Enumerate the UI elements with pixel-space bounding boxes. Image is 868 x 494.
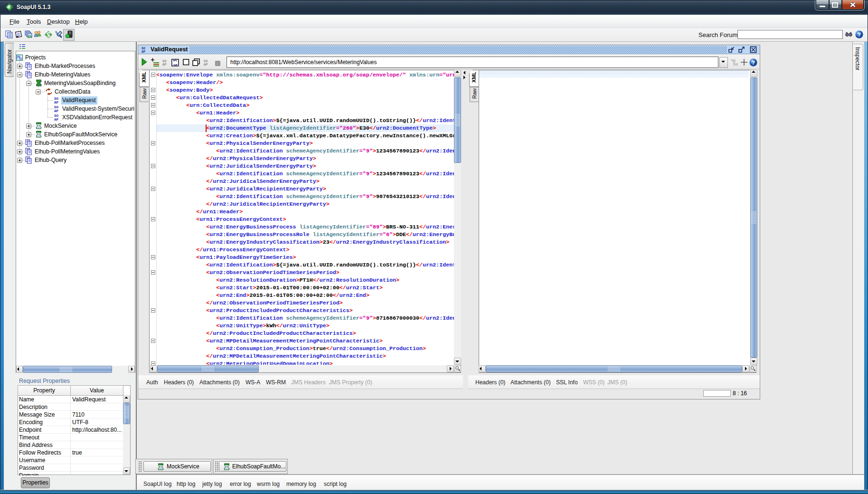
svg-text:SO: SO [54,97,59,101]
svg-text:AP: AP [54,118,59,121]
svg-text:AP: AP [54,101,59,104]
svg-text:AP: AP [162,63,166,66]
svg-text:SO: SO [54,105,59,109]
svg-text:?: ? [752,60,755,66]
svg-text:AP: AP [204,63,208,66]
svg-text:AP: AP [142,50,145,53]
svg-text:SO: SO [142,47,145,50]
svg-text:AP: AP [54,109,59,113]
svg-text:SO: SO [54,114,59,118]
svg-text:?: ? [858,32,861,38]
